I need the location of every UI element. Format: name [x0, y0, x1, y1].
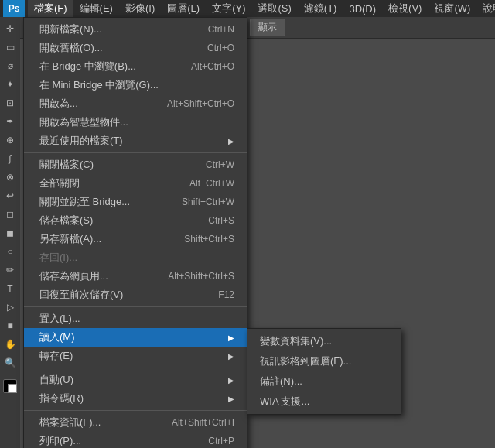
menu-open-as[interactable]: 開啟為... Alt+Shift+Ctrl+O — [24, 94, 247, 113]
menu-layer[interactable]: 圖層(L) — [161, 0, 206, 17]
menu-scripts[interactable]: 指令碼(R) ▶ — [24, 389, 247, 408]
menu-select[interactable]: 選取(S) — [251, 0, 297, 17]
history-tool[interactable]: ↩ — [2, 187, 19, 204]
menu-recent-files[interactable]: 最近使用的檔案(T) ▶ — [24, 132, 247, 150]
separator-2 — [24, 306, 247, 307]
import-submenu: 變數資料集(V)... 視訊影格到圖層(F)... 備註(N)... WIA 支… — [247, 328, 401, 415]
menu-edit[interactable]: 編輯(E) — [73, 0, 119, 17]
menu-save[interactable]: 儲存檔案(S) Ctrl+S — [24, 211, 247, 230]
separator-1 — [24, 152, 247, 153]
menu-export[interactable]: 轉存(E) ▶ — [24, 347, 247, 365]
menu-browse-bridge[interactable]: 在 Bridge 中瀏覽(B)... Alt+Ctrl+O — [24, 57, 247, 76]
menu-text[interactable]: 文字(Y) — [206, 0, 251, 17]
menu-help[interactable]: 說明(H) — [476, 0, 495, 17]
menu-file-info[interactable]: 檔案資訊(F)... Alt+Shift+Ctrl+I — [24, 413, 247, 432]
show-btn[interactable]: 顯示 — [250, 19, 285, 36]
menu-open-smart-object[interactable]: 開啟為智慧型物件... — [24, 113, 247, 132]
pen-tool[interactable]: ✏ — [2, 262, 19, 279]
magic-wand-tool[interactable]: ✦ — [2, 76, 19, 93]
file-dropdown-menu: 開新檔案(N)... Ctrl+N 開啟舊檔(O)... Ctrl+O 在 Br… — [23, 17, 248, 448]
menu-close-bridge[interactable]: 關閉並跳至 Bridge... Shift+Ctrl+W — [24, 193, 247, 211]
menu-3d[interactable]: 3D(D) — [343, 0, 382, 17]
gradient-tool[interactable]: ◼ — [2, 224, 19, 241]
shape-tool[interactable]: ■ — [2, 317, 19, 334]
submenu-variable-data[interactable]: 變數資料集(V)... — [248, 331, 401, 351]
menu-close-all[interactable]: 全部關閉 Alt+Ctrl+W — [24, 174, 247, 193]
menu-file[interactable]: 檔案(F) — [28, 0, 73, 17]
menu-print[interactable]: 列印(P)... Ctrl+P — [24, 432, 247, 448]
app-icon: Ps — [3, 0, 25, 17]
toolbar: ✛ ▭ ⌀ ✦ ⊡ ✒ ⊕ ∫ ⊗ ↩ ◻ ◼ ○ ✏ T ▷ ■ ✋ 🔍 — [0, 17, 20, 448]
separator-4 — [24, 410, 247, 411]
crop-tool[interactable]: ⊡ — [2, 94, 19, 111]
eraser-tool[interactable]: ◻ — [2, 206, 19, 223]
zoom-tool[interactable]: 🔍 — [2, 354, 19, 371]
menu-save-web[interactable]: 儲存為網頁用... Alt+Shift+Ctrl+S — [24, 267, 247, 286]
menu-bar: Ps 檔案(F) 編輯(E) 影像(I) 圖層(L) 文字(Y) 選取(S) 濾… — [0, 0, 495, 17]
menu-browse-mini-bridge[interactable]: 在 Mini Bridge 中瀏覽(G)... — [24, 76, 247, 94]
eyedropper-tool[interactable]: ✒ — [2, 113, 19, 130]
submenu-video-frames[interactable]: 視訊影格到圖層(F)... — [248, 351, 401, 371]
menu-filter[interactable]: 濾鏡(T) — [298, 0, 343, 17]
move-tool[interactable]: ✛ — [2, 20, 19, 37]
menu-checkin[interactable]: 存回(I)... — [24, 248, 247, 267]
menu-place[interactable]: 置入(L)... — [24, 309, 247, 328]
submenu-wia[interactable]: WIA 支援... — [248, 392, 401, 412]
menu-open-file[interactable]: 開啟舊檔(O)... Ctrl+O — [24, 39, 247, 57]
marquee-tool[interactable]: ▭ — [2, 39, 19, 56]
clone-tool[interactable]: ⊗ — [2, 169, 19, 186]
path-tool[interactable]: ▷ — [2, 299, 19, 316]
menu-revert[interactable]: 回復至前次儲存(V) F12 — [24, 286, 247, 304]
brush-tool[interactable]: ∫ — [2, 150, 19, 167]
menu-window[interactable]: 視窗(W) — [428, 0, 476, 17]
separator-3 — [24, 368, 247, 368]
lasso-tool[interactable]: ⌀ — [2, 57, 19, 74]
dodge-tool[interactable]: ○ — [2, 243, 19, 260]
menu-automate[interactable]: 自動(U) ▶ — [24, 371, 247, 389]
foreground-color[interactable] — [3, 379, 17, 393]
menu-image[interactable]: 影像(I) — [119, 0, 161, 17]
submenu-annotations[interactable]: 備註(N)... — [248, 371, 401, 392]
menu-view[interactable]: 檢視(V) — [382, 0, 428, 17]
menu-save-as[interactable]: 另存新檔(A)... Shift+Ctrl+S — [24, 230, 247, 248]
menu-new-file[interactable]: 開新檔案(N)... Ctrl+N — [24, 20, 247, 39]
type-tool[interactable]: T — [2, 280, 19, 297]
hand-tool[interactable]: ✋ — [2, 336, 19, 353]
healing-tool[interactable]: ⊕ — [2, 132, 19, 149]
menu-import[interactable]: 讀入(M) ▶ — [24, 328, 247, 347]
menu-close[interactable]: 關閉檔案(C) Ctrl+W — [24, 156, 247, 174]
